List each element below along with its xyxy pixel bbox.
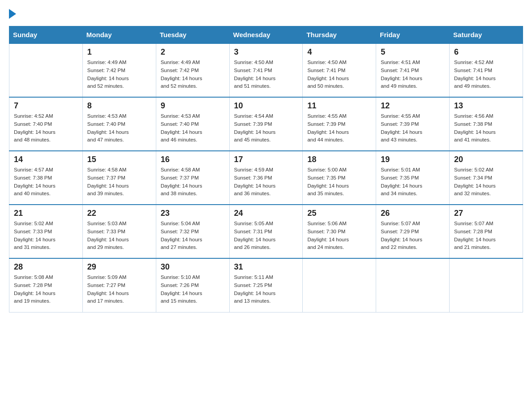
calendar-day: 9Sunrise: 4:53 AM Sunset: 7:40 PM Daylig…: [156, 97, 229, 151]
day-info: Sunrise: 4:50 AM Sunset: 7:41 PM Dayligh…: [234, 59, 298, 90]
calendar-day: 8Sunrise: 4:53 AM Sunset: 7:40 PM Daylig…: [82, 97, 156, 151]
calendar-day: 15Sunrise: 4:58 AM Sunset: 7:37 PM Dayli…: [82, 151, 156, 205]
logo-arrow-icon: [9, 9, 16, 19]
day-info: Sunrise: 5:10 AM Sunset: 7:26 PM Dayligh…: [161, 274, 225, 305]
day-number: 7: [14, 101, 78, 111]
day-info: Sunrise: 5:04 AM Sunset: 7:32 PM Dayligh…: [161, 220, 225, 252]
calendar-week-3: 14Sunrise: 4:57 AM Sunset: 7:38 PM Dayli…: [9, 151, 523, 205]
header-cell-monday: Monday: [82, 26, 156, 44]
day-info: Sunrise: 4:50 AM Sunset: 7:41 PM Dayligh…: [307, 59, 371, 90]
day-info: Sunrise: 4:52 AM Sunset: 7:41 PM Dayligh…: [454, 59, 518, 90]
calendar-day: 31Sunrise: 5:11 AM Sunset: 7:25 PM Dayli…: [229, 258, 303, 312]
logo: [9, 9, 16, 17]
day-number: 27: [454, 209, 518, 218]
calendar-week-4: 21Sunrise: 5:02 AM Sunset: 7:33 PM Dayli…: [9, 205, 523, 258]
calendar-day: 14Sunrise: 4:57 AM Sunset: 7:38 PM Dayli…: [9, 151, 83, 205]
day-number: 6: [454, 47, 518, 57]
day-number: 22: [87, 209, 151, 218]
calendar-day: 6Sunrise: 4:52 AM Sunset: 7:41 PM Daylig…: [450, 43, 523, 97]
day-number: 11: [307, 101, 371, 111]
calendar-day: 23Sunrise: 5:04 AM Sunset: 7:32 PM Dayli…: [156, 205, 229, 258]
header-cell-tuesday: Tuesday: [156, 26, 229, 44]
day-info: Sunrise: 4:55 AM Sunset: 7:39 PM Dayligh…: [307, 112, 371, 144]
calendar-week-1: 1Sunrise: 4:49 AM Sunset: 7:42 PM Daylig…: [9, 43, 523, 97]
day-number: 9: [161, 101, 225, 111]
calendar-day: 22Sunrise: 5:03 AM Sunset: 7:33 PM Dayli…: [82, 205, 156, 258]
day-number: 2: [161, 47, 225, 57]
calendar-day: 25Sunrise: 5:06 AM Sunset: 7:30 PM Dayli…: [303, 205, 376, 258]
day-number: 18: [307, 155, 371, 164]
day-number: 8: [87, 101, 151, 111]
day-number: 1: [87, 47, 151, 57]
day-number: 30: [161, 262, 225, 272]
day-info: Sunrise: 5:05 AM Sunset: 7:31 PM Dayligh…: [234, 220, 298, 252]
day-info: Sunrise: 4:53 AM Sunset: 7:40 PM Dayligh…: [87, 112, 151, 144]
header-cell-wednesday: Wednesday: [229, 26, 303, 44]
day-number: 3: [234, 47, 298, 57]
day-number: 16: [161, 155, 225, 164]
day-number: 20: [454, 155, 518, 164]
day-info: Sunrise: 5:11 AM Sunset: 7:25 PM Dayligh…: [234, 274, 298, 305]
day-number: 25: [307, 209, 371, 218]
calendar-table: SundayMondayTuesdayWednesdayThursdayFrid…: [9, 26, 523, 313]
calendar-day: 30Sunrise: 5:10 AM Sunset: 7:26 PM Dayli…: [156, 258, 229, 312]
calendar-day: 16Sunrise: 4:58 AM Sunset: 7:37 PM Dayli…: [156, 151, 229, 205]
header-cell-friday: Friday: [376, 26, 450, 44]
calendar-day: 24Sunrise: 5:05 AM Sunset: 7:31 PM Dayli…: [229, 205, 303, 258]
day-info: Sunrise: 4:49 AM Sunset: 7:42 PM Dayligh…: [161, 59, 225, 90]
page-header: [9, 9, 523, 17]
calendar-day: 29Sunrise: 5:09 AM Sunset: 7:27 PM Dayli…: [82, 258, 156, 312]
day-info: Sunrise: 5:07 AM Sunset: 7:28 PM Dayligh…: [454, 220, 518, 252]
day-number: 19: [381, 155, 445, 164]
calendar-week-5: 28Sunrise: 5:08 AM Sunset: 7:28 PM Dayli…: [9, 258, 523, 312]
day-info: Sunrise: 4:54 AM Sunset: 7:39 PM Dayligh…: [234, 112, 298, 144]
day-info: Sunrise: 4:58 AM Sunset: 7:37 PM Dayligh…: [161, 166, 225, 198]
calendar-day: 19Sunrise: 5:01 AM Sunset: 7:35 PM Dayli…: [376, 151, 450, 205]
calendar-day: 28Sunrise: 5:08 AM Sunset: 7:28 PM Dayli…: [9, 258, 83, 312]
day-number: 23: [161, 209, 225, 218]
day-info: Sunrise: 5:07 AM Sunset: 7:29 PM Dayligh…: [381, 220, 445, 252]
day-number: 13: [454, 101, 518, 111]
day-info: Sunrise: 4:53 AM Sunset: 7:40 PM Dayligh…: [161, 112, 225, 144]
calendar-day: 18Sunrise: 5:00 AM Sunset: 7:35 PM Dayli…: [303, 151, 376, 205]
calendar-day: 12Sunrise: 4:55 AM Sunset: 7:39 PM Dayli…: [376, 97, 450, 151]
day-info: Sunrise: 4:55 AM Sunset: 7:39 PM Dayligh…: [381, 112, 445, 144]
day-info: Sunrise: 4:56 AM Sunset: 7:38 PM Dayligh…: [454, 112, 518, 144]
day-number: 17: [234, 155, 298, 164]
calendar-day: 4Sunrise: 4:50 AM Sunset: 7:41 PM Daylig…: [303, 43, 376, 97]
day-info: Sunrise: 5:03 AM Sunset: 7:33 PM Dayligh…: [87, 220, 151, 252]
day-info: Sunrise: 5:02 AM Sunset: 7:33 PM Dayligh…: [14, 220, 78, 252]
day-info: Sunrise: 5:08 AM Sunset: 7:28 PM Dayligh…: [14, 274, 78, 305]
calendar-day: [303, 258, 376, 312]
calendar-day: 20Sunrise: 5:02 AM Sunset: 7:34 PM Dayli…: [450, 151, 523, 205]
day-number: 15: [87, 155, 151, 164]
header-cell-thursday: Thursday: [303, 26, 376, 44]
day-info: Sunrise: 5:09 AM Sunset: 7:27 PM Dayligh…: [87, 274, 151, 305]
day-info: Sunrise: 5:00 AM Sunset: 7:35 PM Dayligh…: [307, 166, 371, 198]
day-info: Sunrise: 4:58 AM Sunset: 7:37 PM Dayligh…: [87, 166, 151, 198]
day-number: 21: [14, 209, 78, 218]
day-info: Sunrise: 5:06 AM Sunset: 7:30 PM Dayligh…: [307, 220, 371, 252]
day-info: Sunrise: 5:01 AM Sunset: 7:35 PM Dayligh…: [381, 166, 445, 198]
day-number: 24: [234, 209, 298, 218]
calendar-day: 7Sunrise: 4:52 AM Sunset: 7:40 PM Daylig…: [9, 97, 83, 151]
calendar-day: 26Sunrise: 5:07 AM Sunset: 7:29 PM Dayli…: [376, 205, 450, 258]
day-number: 14: [14, 155, 78, 164]
day-number: 10: [234, 101, 298, 111]
day-info: Sunrise: 4:57 AM Sunset: 7:38 PM Dayligh…: [14, 166, 78, 198]
day-info: Sunrise: 4:51 AM Sunset: 7:41 PM Dayligh…: [381, 59, 445, 90]
calendar-day: 13Sunrise: 4:56 AM Sunset: 7:38 PM Dayli…: [450, 97, 523, 151]
calendar-week-2: 7Sunrise: 4:52 AM Sunset: 7:40 PM Daylig…: [9, 97, 523, 151]
calendar-day: 1Sunrise: 4:49 AM Sunset: 7:42 PM Daylig…: [82, 43, 156, 97]
day-number: 26: [381, 209, 445, 218]
calendar-day: 3Sunrise: 4:50 AM Sunset: 7:41 PM Daylig…: [229, 43, 303, 97]
calendar-day: [450, 258, 523, 312]
calendar-day: 5Sunrise: 4:51 AM Sunset: 7:41 PM Daylig…: [376, 43, 450, 97]
calendar-day: [9, 43, 83, 97]
calendar-day: 21Sunrise: 5:02 AM Sunset: 7:33 PM Dayli…: [9, 205, 83, 258]
calendar-day: 11Sunrise: 4:55 AM Sunset: 7:39 PM Dayli…: [303, 97, 376, 151]
calendar-day: 27Sunrise: 5:07 AM Sunset: 7:28 PM Dayli…: [450, 205, 523, 258]
header-cell-saturday: Saturday: [450, 26, 523, 44]
day-number: 29: [87, 262, 151, 272]
day-info: Sunrise: 4:52 AM Sunset: 7:40 PM Dayligh…: [14, 112, 78, 144]
